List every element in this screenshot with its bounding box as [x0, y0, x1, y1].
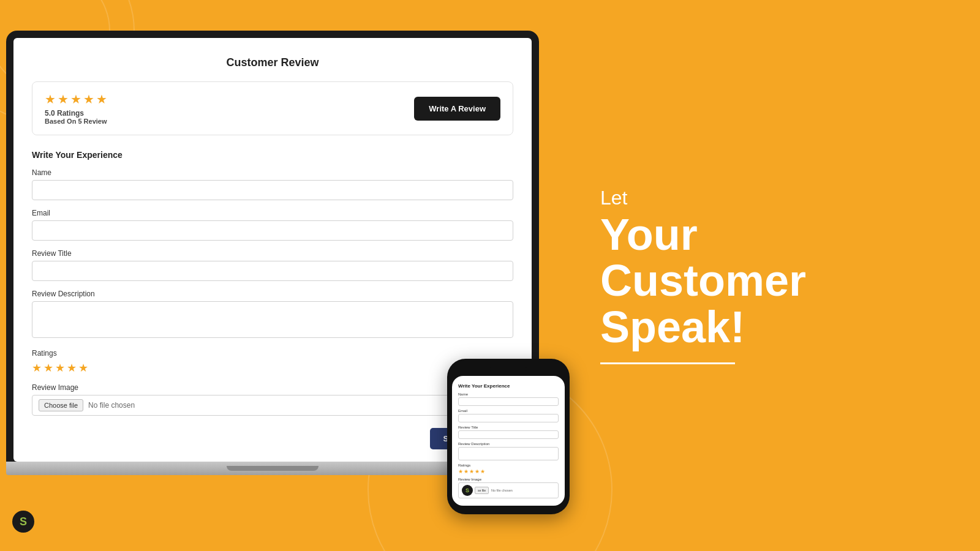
text-section: Let Your Customer Speak! — [551, 0, 980, 551]
no-file-text: No file chosen — [88, 401, 135, 410]
review-title-input[interactable] — [32, 261, 513, 281]
phone-notch — [490, 367, 527, 371]
ratings-label: Ratings — [32, 349, 513, 358]
write-review-button[interactable]: Write A Review — [414, 97, 500, 121]
review-image-label: Review Image — [32, 383, 513, 392]
form-star-5[interactable]: ★ — [78, 361, 88, 375]
phone-review-title-input[interactable] — [458, 430, 559, 439]
rating-score: 5.0 Ratings — [45, 109, 107, 118]
page-layout: Customer Review ★ ★ ★ ★ ★ 5.0 Ratings — [0, 0, 980, 551]
phone-choose-file-button[interactable]: se file — [475, 487, 489, 494]
shopify-logo: S — [20, 515, 27, 528]
stars-display: ★ ★ ★ ★ ★ — [45, 92, 107, 107]
tagline-line1: Your — [600, 212, 931, 258]
review-description-input[interactable] — [32, 301, 513, 338]
star-2: ★ — [58, 92, 69, 107]
tagline-line3: Speak! — [600, 304, 931, 351]
tagline-let: Let — [600, 187, 931, 209]
name-label: Name — [32, 168, 513, 177]
review-desc-label: Review Description — [32, 290, 513, 298]
review-form-section: Write Your Experience Name Email Review … — [32, 150, 513, 434]
form-section-title: Write Your Experience — [32, 150, 513, 160]
star-1: ★ — [45, 92, 56, 107]
rating-info: ★ ★ ★ ★ ★ 5.0 Ratings Based On 5 Review — [45, 92, 107, 125]
review-title-label: Review Title — [32, 249, 513, 258]
form-star-1[interactable]: ★ — [32, 361, 42, 375]
phone-star-4[interactable]: ★ — [475, 468, 480, 474]
laptop-notch — [227, 466, 318, 471]
phone-stars: ★ ★ ★ ★ ★ — [458, 468, 559, 474]
phone-star-2[interactable]: ★ — [464, 468, 469, 474]
email-label: Email — [32, 209, 513, 217]
phone-name-label: Name — [458, 392, 559, 396]
phone-file-input-row: S se file No file chosen — [458, 482, 559, 498]
phone-email-input[interactable] — [458, 414, 559, 422]
page-title: Customer Review — [32, 56, 513, 69]
phone-email-label: Email — [458, 409, 559, 413]
phone-name-input[interactable] — [458, 397, 559, 406]
phone-no-file-text: No file chosen — [491, 489, 513, 492]
phone-star-1[interactable]: ★ — [458, 468, 463, 474]
shopify-icon-laptop: S — [12, 511, 34, 533]
star-5: ★ — [96, 92, 107, 107]
phone-review-image-label: Review Image — [458, 478, 559, 481]
name-input[interactable] — [32, 180, 513, 200]
phone-mockup: Write Your Experience Name Email Review … — [447, 359, 570, 514]
phone-shopify-icon: S — [462, 485, 473, 496]
star-3: ★ — [70, 92, 81, 107]
tagline-line2: Customer — [600, 258, 931, 304]
email-input[interactable] — [32, 220, 513, 241]
phone-ratings-label: Ratings — [458, 463, 559, 467]
phone-review-title-label: Review Title — [458, 425, 559, 429]
form-stars: ★ ★ ★ ★ ★ — [32, 361, 513, 375]
star-4: ★ — [83, 92, 94, 107]
form-star-4[interactable]: ★ — [67, 361, 77, 375]
based-on: Based On 5 Review — [45, 118, 107, 125]
form-star-3[interactable]: ★ — [55, 361, 65, 375]
tagline-main: Your Customer Speak! — [600, 212, 931, 351]
rating-summary-card: ★ ★ ★ ★ ★ 5.0 Ratings Based On 5 Review … — [32, 81, 513, 135]
choose-file-button[interactable]: Choose file — [39, 399, 83, 411]
file-input-row: Choose file No file chosen — [32, 395, 513, 416]
phone-star-5[interactable]: ★ — [480, 468, 485, 474]
phone-star-3[interactable]: ★ — [469, 468, 474, 474]
phone-screen: Write Your Experience Name Email Review … — [452, 376, 565, 506]
phone-review-desc-label: Review Description — [458, 442, 559, 446]
devices-section: Customer Review ★ ★ ★ ★ ★ 5.0 Ratings — [0, 0, 551, 551]
phone-form-title: Write Your Experience — [458, 383, 559, 389]
phone-review-desc-input[interactable] — [458, 447, 559, 460]
phone-shopify-s: S — [466, 487, 469, 493]
form-star-2[interactable]: ★ — [43, 361, 53, 375]
tagline-divider — [600, 362, 735, 364]
